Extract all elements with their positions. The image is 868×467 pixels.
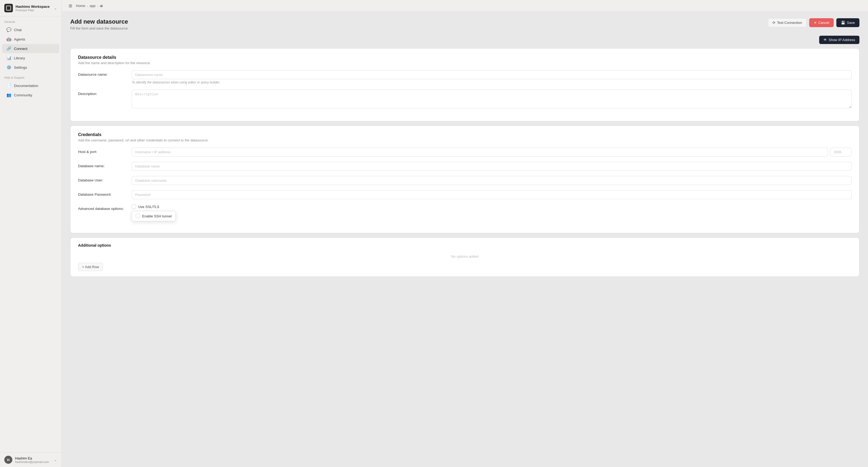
datasource-details-desc: Add the name and description for the res… [78, 61, 851, 65]
advanced-checkboxes: Use SSL/TLS [132, 205, 851, 209]
breadcrumb-home[interactable]: Home [76, 4, 85, 8]
db-user-row: Database User: [78, 176, 851, 185]
credentials-desc: Add the username, password, url and othe… [78, 138, 851, 142]
additional-options-section: Additional options No options added + Ad… [70, 237, 860, 277]
hostname-input[interactable] [132, 148, 828, 156]
db-name-label: Database name: [78, 162, 126, 168]
page-subtitle: Fill the form and save the datasource. [70, 26, 129, 30]
sidebar-brand: Hashims Workspace Premium Plan [4, 4, 50, 12]
sidebar-item-community[interactable]: 👥 Community [2, 90, 59, 99]
library-icon: 📊 [6, 56, 11, 60]
use-ssl-checkbox[interactable] [132, 205, 136, 209]
brand-logo [4, 4, 13, 12]
datasource-name-wrap: To identify the datasources when using e… [132, 70, 851, 84]
db-user-input[interactable] [132, 176, 851, 185]
sidebar-toggle-icon[interactable]: ⌄ [54, 6, 57, 10]
sidebar-item-label-library: Library [14, 56, 25, 60]
sidebar-header: Hashims Workspace Premium Plan ⌄ [0, 0, 61, 17]
datasource-name-input[interactable] [132, 70, 851, 79]
user-chevron-icon: ⌄ [54, 458, 57, 462]
datasource-details-section: Datasource details Add the name and desc… [70, 48, 860, 121]
test-connection-button[interactable]: ⟳ Test Connection [768, 18, 807, 27]
sidebar-item-label-connect: Connect [14, 47, 27, 51]
user-info: Hashim Ea hashimdev@yopmail.com [15, 456, 49, 464]
enable-ssh-checkbox-item[interactable]: Enable SSH tunnel [136, 214, 172, 218]
sidebar-item-label-documentation: Documentation [14, 84, 38, 88]
save-label: Save [847, 21, 855, 25]
eye-icon: 👁 [824, 38, 827, 42]
chat-icon: 💬 [6, 27, 11, 32]
topbar: ⊞ Home › app › ai [62, 0, 868, 12]
description-wrap [132, 90, 851, 109]
page-header: Add new datasource Fill the form and sav… [70, 18, 860, 30]
sidebar-general-section: General 💬 Chat 🤖 Agents 🔗 Connect 📊 Libr… [0, 17, 61, 72]
description-input[interactable] [132, 90, 851, 109]
db-password-input[interactable] [132, 190, 851, 199]
sidebar-item-chat[interactable]: 💬 Chat [2, 25, 59, 34]
agents-icon: 🤖 [6, 37, 11, 41]
cancel-icon: ✕ [814, 21, 817, 25]
datasource-name-hint: To identify the datasources when using e… [132, 81, 851, 84]
sidebar-item-label-chat: Chat [14, 28, 22, 32]
host-port-label: Host & port: [78, 148, 126, 154]
settings-icon: ⚙️ [6, 65, 11, 70]
connect-icon: 🔗 [6, 46, 11, 51]
sidebar-general-label: General [0, 17, 61, 25]
sidebar-toggle-button[interactable]: ⊞ [67, 3, 74, 9]
use-ssl-label: Use SSL/TLS [138, 205, 159, 209]
documentation-icon: 📄 [6, 83, 11, 88]
sidebar-item-connect[interactable]: 🔗 Connect [2, 44, 59, 53]
cancel-label: Cancel [818, 21, 829, 25]
host-port-inputs [132, 148, 851, 156]
description-label: Description: [78, 90, 126, 96]
add-row-button[interactable]: + Add Row [78, 263, 103, 271]
breadcrumb-app[interactable]: app [90, 4, 95, 8]
show-ip-button[interactable]: 👁 Show IP Address [819, 36, 860, 44]
brand-text: Hashims Workspace Premium Plan [16, 5, 50, 12]
brand-logo-inner [6, 6, 11, 10]
sidebar-user-profile[interactable]: H Hashim Ea hashimdev@yopmail.com ⌄ [0, 452, 61, 467]
show-ip-label: Show IP Address [829, 38, 855, 42]
host-port-wrap-outer [132, 148, 851, 156]
breadcrumb-sep-2: › [97, 4, 98, 8]
test-connection-icon: ⟳ [773, 21, 775, 25]
sidebar-item-settings[interactable]: ⚙️ Settings [2, 63, 59, 72]
credentials-section: Credentials Add the username, password, … [70, 126, 860, 233]
breadcrumb-ai[interactable]: ai [100, 4, 103, 8]
user-name: Hashim Ea [15, 456, 49, 460]
save-button[interactable]: 💾 Save [836, 18, 860, 27]
additional-options-title: Additional options [78, 243, 851, 247]
test-connection-label: Test Connection [777, 21, 802, 25]
page-title: Add new datasource [70, 18, 129, 25]
sidebar-help-section: Help & Support 📄 Documentation 👥 Communi… [0, 72, 61, 100]
page-title-section: Add new datasource Fill the form and sav… [70, 18, 129, 30]
content-area: Add new datasource Fill the form and sav… [62, 12, 868, 467]
db-name-wrap [132, 162, 851, 171]
port-input[interactable] [830, 148, 851, 156]
use-ssl-checkbox-item[interactable]: Use SSL/TLS [132, 205, 851, 209]
brand-plan: Premium Plan [16, 8, 50, 12]
sidebar-item-documentation[interactable]: 📄 Documentation [2, 81, 59, 90]
save-icon: 💾 [841, 21, 845, 25]
cancel-button[interactable]: ✕ Cancel [809, 18, 834, 27]
sidebar-item-label-agents: Agents [14, 37, 25, 41]
no-options-text: No options added [78, 252, 851, 263]
credentials-title: Credentials [78, 132, 851, 137]
add-row-label: + Add Row [82, 265, 99, 269]
sidebar-user: H Hashim Ea hashimdev@yopmail.com [4, 456, 49, 464]
brand-name: Hashims Workspace [16, 5, 50, 8]
db-user-label: Database User: [78, 176, 126, 182]
show-ip-area: 👁 Show IP Address [70, 36, 860, 44]
sidebar-help-label: Help & Support [0, 72, 61, 81]
breadcrumb: Home › app › ai [76, 4, 103, 8]
db-name-input[interactable] [132, 162, 851, 171]
sidebar: Hashims Workspace Premium Plan ⌄ General… [0, 0, 62, 467]
main-area: ⊞ Home › app › ai Add new datasource Fil… [62, 0, 868, 467]
ssh-tunnel-popup: Enable SSH tunnel [132, 211, 176, 221]
sidebar-item-library[interactable]: 📊 Library [2, 53, 59, 62]
enable-ssh-checkbox[interactable] [136, 214, 140, 218]
advanced-options-label: Advanced database options: [78, 205, 126, 211]
sidebar-item-agents[interactable]: 🤖 Agents [2, 35, 59, 44]
sidebar-item-label-settings: Settings [14, 65, 27, 69]
db-name-row: Database name: [78, 162, 851, 171]
